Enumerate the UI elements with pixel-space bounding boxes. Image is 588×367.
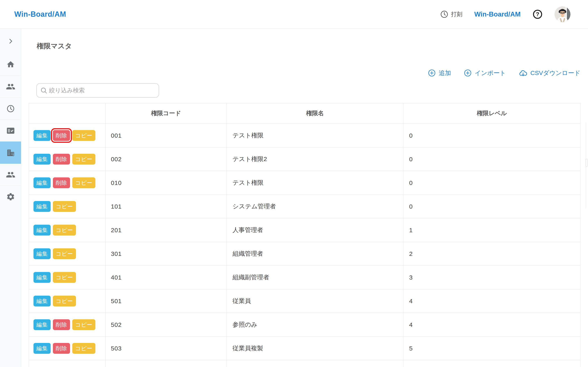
copy-button[interactable]: コピー: [72, 343, 95, 354]
sidebar-item-users-admin[interactable]: [0, 164, 21, 185]
level-cell: 1: [403, 218, 580, 242]
svg-text:?: ?: [536, 11, 539, 17]
edit-button[interactable]: 編集: [34, 154, 51, 165]
code-cell: 501: [105, 289, 227, 313]
copy-button[interactable]: コピー: [53, 248, 76, 259]
header-brand-link[interactable]: Win-Board/AM: [474, 10, 521, 18]
add-label: 追加: [439, 69, 451, 77]
table-row: 編集削除コピー503従業員複製5: [29, 337, 580, 360]
copy-button[interactable]: コピー: [72, 177, 95, 188]
edit-button[interactable]: 編集: [34, 296, 51, 307]
edit-button[interactable]: 編集: [34, 130, 51, 141]
home-icon: [6, 60, 15, 69]
help-button[interactable]: ?: [532, 9, 543, 19]
name-cell: 従業員: [227, 289, 403, 313]
code-cell: 503: [105, 337, 227, 360]
sidebar-item-settings[interactable]: [0, 185, 21, 208]
table-row: 編集削除コピー002テスト権限20: [29, 147, 580, 171]
name-cell: テスト権限: [227, 171, 403, 195]
sidebar-item-home[interactable]: [0, 53, 21, 75]
column-header-name: 権限名: [227, 103, 403, 124]
import-label: インポート: [475, 69, 506, 77]
permissions-table: 権限コード 権限名 権限レベル 編集削除コピー001テスト権限0編集削除コピー0…: [29, 103, 580, 367]
search-input[interactable]: [36, 83, 159, 98]
actions-cell: 編集削除コピー: [29, 313, 105, 337]
table-body: 編集削除コピー001テスト権限0編集削除コピー002テスト権限20編集削除コピー…: [29, 124, 580, 367]
sidebar-item-attendance[interactable]: [0, 98, 21, 119]
csv-download-label: CSVダウンロード: [530, 69, 580, 77]
empty-cell: [403, 360, 580, 367]
actions-cell: 編集コピー: [29, 195, 105, 218]
punch-clock-button[interactable]: 打刻: [440, 10, 462, 18]
page-title: 権限マスタ: [37, 42, 580, 50]
name-cell: システム管理者: [227, 195, 403, 218]
toolbar: 追加 インポート CSVダウンロード: [29, 67, 580, 79]
table-row: 編集削除コピー001テスト権限0: [29, 124, 580, 147]
copy-button[interactable]: コピー: [72, 154, 95, 165]
code-cell: 502: [105, 313, 227, 337]
table-row: 編集削除コピー010テスト権限0: [29, 171, 580, 195]
edit-button[interactable]: 編集: [34, 177, 51, 188]
copy-button[interactable]: コピー: [53, 296, 76, 307]
users-icon: [6, 82, 15, 91]
name-cell: 参照のみ: [227, 313, 403, 337]
chevron-right-icon: [7, 38, 14, 45]
level-cell: 2: [403, 242, 580, 266]
edit-button[interactable]: 編集: [34, 319, 51, 330]
circle-plus-icon: [428, 69, 436, 77]
sidebar-item-organization[interactable]: [0, 142, 21, 164]
app-header: Win-Board/AM 打刻 Win-Board/AM ?: [0, 0, 588, 29]
copy-button[interactable]: コピー: [72, 319, 95, 330]
empty-cell: [29, 360, 105, 367]
copy-button[interactable]: コピー: [53, 201, 76, 212]
table-row: 編集コピー501従業員4: [29, 289, 580, 313]
delete-button[interactable]: 削除: [53, 130, 70, 141]
code-cell: 401: [105, 266, 227, 289]
delete-button[interactable]: 削除: [53, 319, 70, 330]
edit-button[interactable]: 編集: [34, 201, 51, 212]
sidebar: [0, 29, 21, 367]
actions-cell: 編集削除コピー: [29, 124, 105, 147]
name-cell: 組織副管理者: [227, 266, 403, 289]
edit-button[interactable]: 編集: [34, 248, 51, 259]
delete-button[interactable]: 削除: [53, 154, 70, 165]
delete-button[interactable]: 削除: [53, 177, 70, 188]
code-cell: 201: [105, 218, 227, 242]
add-button[interactable]: 追加: [428, 69, 451, 77]
app-logo[interactable]: Win-Board/AM: [14, 10, 66, 18]
table-row: 編集削除コピー502参照のみ4: [29, 313, 580, 337]
copy-button[interactable]: コピー: [53, 225, 76, 235]
code-cell: 002: [105, 147, 227, 171]
edit-button[interactable]: 編集: [34, 272, 51, 283]
sidebar-item-approval[interactable]: [0, 119, 21, 142]
csv-download-button[interactable]: CSVダウンロード: [519, 68, 580, 77]
column-header-actions: [29, 103, 105, 124]
edit-button[interactable]: 編集: [34, 225, 51, 235]
punch-label: 打刻: [451, 10, 462, 18]
import-button[interactable]: インポート: [464, 69, 506, 77]
cloud-download-icon: [519, 68, 527, 77]
copy-button[interactable]: コピー: [53, 272, 76, 283]
scrollbar-thumb[interactable]: [586, 159, 587, 167]
level-cell: 0: [403, 171, 580, 195]
level-cell: 0: [403, 124, 580, 147]
level-cell: 0: [403, 195, 580, 218]
fact-check-icon: [6, 126, 15, 135]
sidebar-item-members[interactable]: [0, 75, 21, 98]
column-header-code: 権限コード: [105, 103, 227, 124]
table-row: 編集コピー201人事管理者1: [29, 218, 580, 242]
actions-cell: 編集コピー: [29, 266, 105, 289]
delete-button[interactable]: 削除: [53, 343, 70, 354]
sidebar-toggle-button[interactable]: [0, 29, 21, 53]
code-cell: 301: [105, 242, 227, 266]
level-cell: 4: [403, 289, 580, 313]
name-cell: テスト権限: [227, 124, 403, 147]
actions-cell: 編集削除コピー: [29, 337, 105, 360]
edit-button[interactable]: 編集: [34, 343, 51, 354]
avatar[interactable]: [554, 6, 571, 22]
copy-button[interactable]: コピー: [72, 130, 95, 141]
header-right: 打刻 Win-Board/AM ?: [440, 6, 571, 22]
actions-cell: 編集削除コピー: [29, 171, 105, 195]
search-row: [36, 83, 580, 98]
name-cell: 組織管理者: [227, 242, 403, 266]
